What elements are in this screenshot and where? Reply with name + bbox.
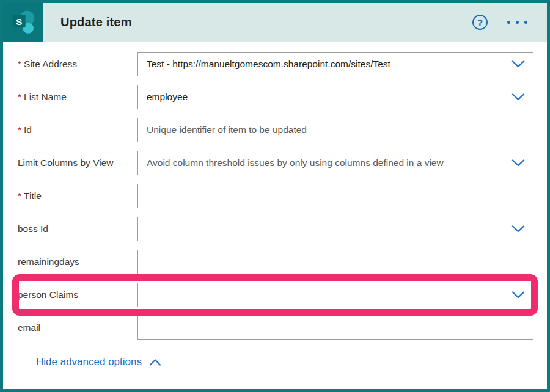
boss-id-dropdown[interactable]	[138, 217, 534, 241]
field-row-limit-columns: Limit Columns by View	[18, 151, 534, 175]
card-body: *Site Address *List Name *Id Limit Colum…	[3, 42, 547, 368]
field-row-site-address: *Site Address	[18, 52, 534, 76]
site-address-dropdown[interactable]	[138, 52, 534, 76]
action-card: S Update item ? *Site Address *List Name	[0, 0, 550, 392]
limit-columns-dropdown[interactable]	[138, 151, 534, 175]
required-asterisk: *	[18, 191, 21, 201]
hide-advanced-options-label: Hide advanced options	[36, 356, 142, 368]
field-row-id: *Id	[18, 118, 534, 142]
field-row-list-name: *List Name	[18, 85, 534, 109]
list-name-input[interactable]	[147, 92, 508, 103]
required-asterisk: *	[18, 59, 21, 69]
sharepoint-logo-icon: S	[10, 10, 37, 35]
id-input[interactable]	[147, 125, 508, 136]
title-input[interactable]	[147, 191, 508, 201]
remainingdays-field[interactable]	[138, 250, 534, 274]
list-name-dropdown[interactable]	[138, 85, 534, 109]
site-address-input[interactable]	[147, 59, 508, 70]
person-claims-input[interactable]	[147, 289, 508, 300]
chevron-down-icon[interactable]	[512, 60, 525, 68]
field-label: *Site Address	[18, 59, 138, 70]
field-label: *Id	[18, 125, 138, 136]
page-title: Update item	[61, 15, 132, 29]
field-row-person-claims: person Claims	[18, 283, 534, 307]
field-label: email	[18, 322, 138, 333]
field-row-boss-id: boss Id	[18, 217, 534, 241]
email-input[interactable]	[147, 322, 508, 333]
field-row-remainingdays: remainingdays	[18, 250, 534, 274]
field-row-title: *Title	[18, 184, 534, 208]
remainingdays-input[interactable]	[147, 256, 508, 267]
hide-advanced-options-link[interactable]: Hide advanced options	[36, 356, 161, 368]
field-label: Limit Columns by View	[18, 158, 138, 169]
header-actions: ?	[472, 15, 529, 30]
sharepoint-icon: S	[3, 3, 43, 42]
chevron-up-icon	[149, 359, 161, 366]
limit-columns-input[interactable]	[147, 158, 508, 169]
title-field[interactable]	[138, 184, 534, 208]
person-claims-dropdown[interactable]	[138, 283, 534, 307]
field-label: *Title	[18, 191, 138, 201]
svg-text:S: S	[16, 16, 22, 27]
required-asterisk: *	[18, 125, 21, 135]
field-label: remainingdays	[18, 256, 138, 267]
menu-ellipsis-icon[interactable]	[506, 18, 529, 26]
field-label: person Claims	[18, 289, 138, 300]
card-header: S Update item ?	[3, 3, 547, 42]
help-icon[interactable]: ?	[472, 15, 488, 30]
chevron-down-icon[interactable]	[512, 225, 525, 233]
chevron-down-icon[interactable]	[512, 93, 525, 101]
id-field[interactable]	[138, 118, 534, 142]
field-label: boss Id	[18, 223, 138, 234]
field-row-email: email	[18, 316, 534, 340]
boss-id-input[interactable]	[147, 223, 508, 234]
required-asterisk: *	[18, 92, 21, 102]
chevron-down-icon[interactable]	[512, 159, 525, 167]
email-field[interactable]	[138, 316, 534, 340]
field-label: *List Name	[18, 92, 138, 103]
chevron-down-icon[interactable]	[512, 291, 525, 299]
